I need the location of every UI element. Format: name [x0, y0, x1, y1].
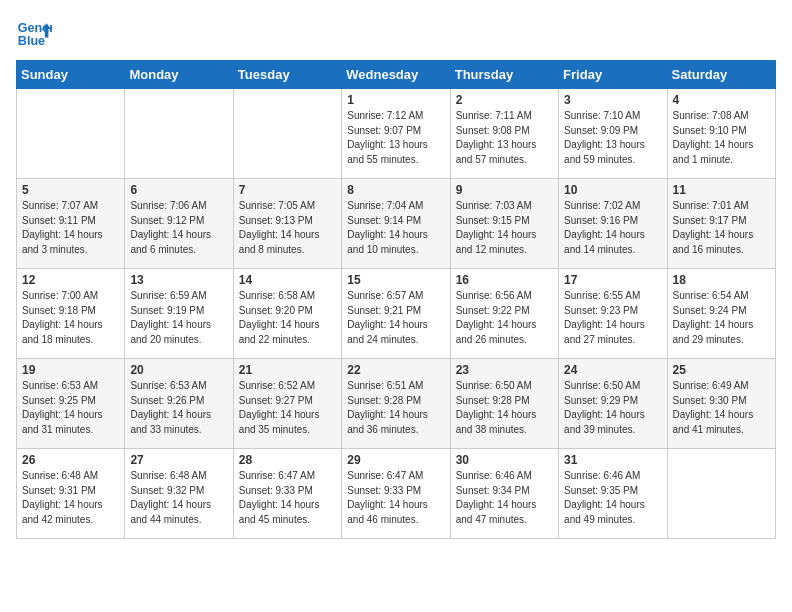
day-number: 23 [456, 363, 553, 377]
day-info: Sunrise: 7:11 AM Sunset: 9:08 PM Dayligh… [456, 109, 553, 167]
calendar-day-31: 31Sunrise: 6:46 AM Sunset: 9:35 PM Dayli… [559, 449, 667, 539]
calendar-day-24: 24Sunrise: 6:50 AM Sunset: 9:29 PM Dayli… [559, 359, 667, 449]
day-number: 22 [347, 363, 444, 377]
calendar-day-6: 6Sunrise: 7:06 AM Sunset: 9:12 PM Daylig… [125, 179, 233, 269]
calendar-week-5: 26Sunrise: 6:48 AM Sunset: 9:31 PM Dayli… [17, 449, 776, 539]
weekday-header-saturday: Saturday [667, 61, 775, 89]
day-info: Sunrise: 6:48 AM Sunset: 9:32 PM Dayligh… [130, 469, 227, 527]
day-number: 28 [239, 453, 336, 467]
day-number: 13 [130, 273, 227, 287]
calendar-header: SundayMondayTuesdayWednesdayThursdayFrid… [17, 61, 776, 89]
calendar-day-13: 13Sunrise: 6:59 AM Sunset: 9:19 PM Dayli… [125, 269, 233, 359]
day-number: 25 [673, 363, 770, 377]
day-info: Sunrise: 6:50 AM Sunset: 9:28 PM Dayligh… [456, 379, 553, 437]
day-info: Sunrise: 7:00 AM Sunset: 9:18 PM Dayligh… [22, 289, 119, 347]
day-number: 8 [347, 183, 444, 197]
day-number: 29 [347, 453, 444, 467]
calendar-empty [233, 89, 341, 179]
calendar-day-25: 25Sunrise: 6:49 AM Sunset: 9:30 PM Dayli… [667, 359, 775, 449]
svg-text:Blue: Blue [18, 34, 45, 48]
calendar-day-2: 2Sunrise: 7:11 AM Sunset: 9:08 PM Daylig… [450, 89, 558, 179]
calendar-day-15: 15Sunrise: 6:57 AM Sunset: 9:21 PM Dayli… [342, 269, 450, 359]
day-info: Sunrise: 7:07 AM Sunset: 9:11 PM Dayligh… [22, 199, 119, 257]
weekday-header-sunday: Sunday [17, 61, 125, 89]
calendar-week-4: 19Sunrise: 6:53 AM Sunset: 9:25 PM Dayli… [17, 359, 776, 449]
day-number: 10 [564, 183, 661, 197]
day-info: Sunrise: 6:51 AM Sunset: 9:28 PM Dayligh… [347, 379, 444, 437]
day-number: 16 [456, 273, 553, 287]
calendar-day-21: 21Sunrise: 6:52 AM Sunset: 9:27 PM Dayli… [233, 359, 341, 449]
page-header: General Blue [16, 16, 776, 52]
day-info: Sunrise: 6:47 AM Sunset: 9:33 PM Dayligh… [347, 469, 444, 527]
calendar-day-14: 14Sunrise: 6:58 AM Sunset: 9:20 PM Dayli… [233, 269, 341, 359]
calendar-day-22: 22Sunrise: 6:51 AM Sunset: 9:28 PM Dayli… [342, 359, 450, 449]
day-number: 24 [564, 363, 661, 377]
day-info: Sunrise: 6:54 AM Sunset: 9:24 PM Dayligh… [673, 289, 770, 347]
calendar-day-4: 4Sunrise: 7:08 AM Sunset: 9:10 PM Daylig… [667, 89, 775, 179]
day-number: 2 [456, 93, 553, 107]
calendar-day-8: 8Sunrise: 7:04 AM Sunset: 9:14 PM Daylig… [342, 179, 450, 269]
day-number: 27 [130, 453, 227, 467]
day-number: 3 [564, 93, 661, 107]
day-info: Sunrise: 6:46 AM Sunset: 9:34 PM Dayligh… [456, 469, 553, 527]
day-number: 4 [673, 93, 770, 107]
day-info: Sunrise: 6:58 AM Sunset: 9:20 PM Dayligh… [239, 289, 336, 347]
calendar-day-11: 11Sunrise: 7:01 AM Sunset: 9:17 PM Dayli… [667, 179, 775, 269]
weekday-header-wednesday: Wednesday [342, 61, 450, 89]
weekday-header-friday: Friday [559, 61, 667, 89]
calendar-day-19: 19Sunrise: 6:53 AM Sunset: 9:25 PM Dayli… [17, 359, 125, 449]
weekday-header-tuesday: Tuesday [233, 61, 341, 89]
day-info: Sunrise: 6:59 AM Sunset: 9:19 PM Dayligh… [130, 289, 227, 347]
day-number: 11 [673, 183, 770, 197]
calendar-day-9: 9Sunrise: 7:03 AM Sunset: 9:15 PM Daylig… [450, 179, 558, 269]
day-info: Sunrise: 6:46 AM Sunset: 9:35 PM Dayligh… [564, 469, 661, 527]
day-number: 18 [673, 273, 770, 287]
day-info: Sunrise: 6:48 AM Sunset: 9:31 PM Dayligh… [22, 469, 119, 527]
day-number: 1 [347, 93, 444, 107]
calendar-day-16: 16Sunrise: 6:56 AM Sunset: 9:22 PM Dayli… [450, 269, 558, 359]
weekday-header-thursday: Thursday [450, 61, 558, 89]
day-info: Sunrise: 7:06 AM Sunset: 9:12 PM Dayligh… [130, 199, 227, 257]
calendar-day-7: 7Sunrise: 7:05 AM Sunset: 9:13 PM Daylig… [233, 179, 341, 269]
day-info: Sunrise: 7:03 AM Sunset: 9:15 PM Dayligh… [456, 199, 553, 257]
day-info: Sunrise: 6:57 AM Sunset: 9:21 PM Dayligh… [347, 289, 444, 347]
day-info: Sunrise: 6:53 AM Sunset: 9:25 PM Dayligh… [22, 379, 119, 437]
day-number: 17 [564, 273, 661, 287]
calendar-day-10: 10Sunrise: 7:02 AM Sunset: 9:16 PM Dayli… [559, 179, 667, 269]
calendar-week-3: 12Sunrise: 7:00 AM Sunset: 9:18 PM Dayli… [17, 269, 776, 359]
day-info: Sunrise: 6:55 AM Sunset: 9:23 PM Dayligh… [564, 289, 661, 347]
day-number: 6 [130, 183, 227, 197]
calendar-week-1: 1Sunrise: 7:12 AM Sunset: 9:07 PM Daylig… [17, 89, 776, 179]
calendar-day-20: 20Sunrise: 6:53 AM Sunset: 9:26 PM Dayli… [125, 359, 233, 449]
day-info: Sunrise: 7:05 AM Sunset: 9:13 PM Dayligh… [239, 199, 336, 257]
calendar-day-5: 5Sunrise: 7:07 AM Sunset: 9:11 PM Daylig… [17, 179, 125, 269]
calendar-day-18: 18Sunrise: 6:54 AM Sunset: 9:24 PM Dayli… [667, 269, 775, 359]
weekday-header-monday: Monday [125, 61, 233, 89]
calendar-day-28: 28Sunrise: 6:47 AM Sunset: 9:33 PM Dayli… [233, 449, 341, 539]
day-info: Sunrise: 7:01 AM Sunset: 9:17 PM Dayligh… [673, 199, 770, 257]
calendar-day-17: 17Sunrise: 6:55 AM Sunset: 9:23 PM Dayli… [559, 269, 667, 359]
day-info: Sunrise: 7:02 AM Sunset: 9:16 PM Dayligh… [564, 199, 661, 257]
calendar-day-27: 27Sunrise: 6:48 AM Sunset: 9:32 PM Dayli… [125, 449, 233, 539]
day-number: 26 [22, 453, 119, 467]
day-number: 21 [239, 363, 336, 377]
day-info: Sunrise: 7:12 AM Sunset: 9:07 PM Dayligh… [347, 109, 444, 167]
logo-icon: General Blue [16, 16, 52, 52]
day-number: 9 [456, 183, 553, 197]
calendar-day-29: 29Sunrise: 6:47 AM Sunset: 9:33 PM Dayli… [342, 449, 450, 539]
calendar-day-3: 3Sunrise: 7:10 AM Sunset: 9:09 PM Daylig… [559, 89, 667, 179]
calendar-week-2: 5Sunrise: 7:07 AM Sunset: 9:11 PM Daylig… [17, 179, 776, 269]
day-number: 5 [22, 183, 119, 197]
calendar-day-23: 23Sunrise: 6:50 AM Sunset: 9:28 PM Dayli… [450, 359, 558, 449]
day-number: 7 [239, 183, 336, 197]
day-info: Sunrise: 7:04 AM Sunset: 9:14 PM Dayligh… [347, 199, 444, 257]
calendar-empty [17, 89, 125, 179]
calendar-table: SundayMondayTuesdayWednesdayThursdayFrid… [16, 60, 776, 539]
day-number: 15 [347, 273, 444, 287]
logo: General Blue [16, 16, 52, 52]
calendar-day-26: 26Sunrise: 6:48 AM Sunset: 9:31 PM Dayli… [17, 449, 125, 539]
day-number: 19 [22, 363, 119, 377]
day-number: 12 [22, 273, 119, 287]
day-info: Sunrise: 7:10 AM Sunset: 9:09 PM Dayligh… [564, 109, 661, 167]
day-number: 31 [564, 453, 661, 467]
